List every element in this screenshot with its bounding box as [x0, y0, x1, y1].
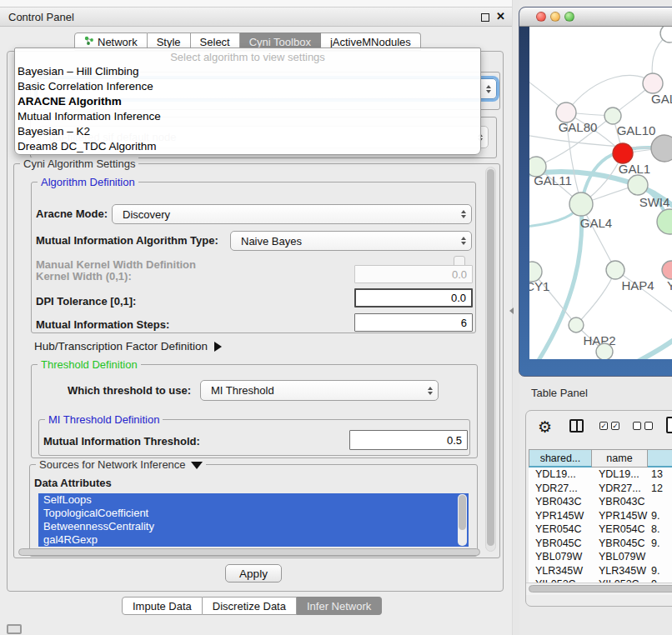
network-node-y[interactable] — [662, 261, 672, 279]
table-cell: 9. — [648, 564, 672, 578]
table-row[interactable]: YBL079WYBL079W — [529, 550, 672, 564]
table-cell: YPR145W — [592, 509, 648, 523]
settings-group-title: Cyni Algorithm Settings — [20, 158, 138, 170]
scrollbar-thumb[interactable] — [18, 548, 480, 556]
table-cell: YER054C — [529, 522, 592, 537]
zoom-traffic-icon[interactable] — [564, 12, 574, 22]
tab-label: jActiveMNodules — [330, 36, 411, 48]
scrollbar-thumb[interactable] — [487, 169, 494, 546]
tab-impute-data[interactable]: Impute Data — [122, 597, 203, 615]
tab-label: Select — [200, 36, 230, 48]
network-node-swi4[interactable] — [628, 175, 648, 195]
unchecked-column-icon[interactable] — [644, 422, 653, 430]
network-node-hap4[interactable] — [606, 261, 624, 279]
close-traffic-icon[interactable] — [536, 12, 546, 22]
network-node-gal10[interactable] — [604, 108, 621, 124]
network-node[interactable] — [596, 343, 613, 359]
table-cell: YBL079W — [529, 550, 592, 564]
table-cell: YBR045C — [529, 537, 592, 551]
minimize-traffic-icon[interactable] — [550, 12, 560, 22]
attribute-topologicalcoefficient[interactable]: TopologicalCoefficient — [38, 507, 469, 520]
algorithm-option-aracne-algorithm[interactable]: ARACNE Algorithm — [15, 94, 480, 109]
hub-definition-toggle[interactable]: Hub/Transcription Factor Definition — [34, 340, 222, 352]
table-horizontal-scrollbar[interactable] — [526, 582, 672, 595]
unchecked-column-icon[interactable] — [633, 422, 641, 430]
aracne-mode-combo[interactable]: Discovery — [112, 204, 472, 224]
data-attributes-list[interactable]: SelfLoopsTopologicalCoefficientBetweenne… — [38, 493, 469, 547]
algorithm-option-list: Bayesian – Hill ClimbingBasic Correlatio… — [15, 64, 480, 154]
table-cell: YBR043C — [592, 495, 648, 509]
table-row[interactable]: YDR27...YDR27...12 — [529, 482, 672, 496]
control-panel-title: Control Panel — [8, 11, 74, 23]
table-row[interactable]: YPR145WYPR145W9. — [529, 509, 672, 523]
table-cell — [648, 495, 672, 509]
network-node-gal1[interactable] — [613, 143, 633, 163]
table-row[interactable]: YBR043CYBR043C — [529, 495, 672, 509]
algorithm-option-mutual-information-inference[interactable]: Mutual Information Inference — [15, 109, 480, 124]
combo-stepper-icon — [423, 387, 438, 395]
network-node-hap2[interactable] — [569, 318, 584, 332]
node-label-gal10: GAL10 — [617, 123, 656, 138]
document-icon[interactable] — [666, 417, 672, 433]
tab-label: Network — [98, 36, 138, 48]
network-node[interactable] — [657, 209, 672, 234]
network-canvas[interactable]: GAL7GAL80GAL10GAL1GAL11SWI4GAL4GCY1HAP4Y… — [529, 27, 672, 359]
table-row[interactable]: YLR345WYLR345W9. — [529, 564, 672, 578]
table-cell: 13 — [648, 468, 672, 482]
checked-column-icon[interactable]: ✓ — [599, 422, 608, 430]
table-cell — [648, 550, 672, 564]
gear-icon[interactable]: ⚙ — [538, 418, 552, 437]
mi-threshold-field[interactable] — [349, 430, 468, 450]
combo-stepper-icon — [481, 85, 496, 93]
column-header-2[interactable] — [648, 449, 672, 468]
algorithm-option-bayesian-hill-climbing[interactable]: Bayesian – Hill Climbing — [15, 64, 480, 79]
algorithm-option-bayesian-k2[interactable]: Bayesian – K2 — [15, 124, 480, 139]
chevron-down-icon — [191, 462, 203, 469]
network-icon — [84, 36, 94, 48]
table-row[interactable]: YDL19...YDL19...13 — [529, 468, 672, 482]
settings-horizontal-scrollbar[interactable] — [17, 548, 485, 558]
network-node[interactable] — [651, 135, 672, 162]
network-node-gal7[interactable] — [643, 73, 663, 93]
network-node-gal4[interactable] — [569, 192, 593, 216]
split-view-icon[interactable] — [569, 419, 584, 432]
table-cell: 8. — [648, 522, 672, 537]
dpi-tolerance-field[interactable] — [354, 288, 473, 308]
close-icon[interactable]: ✕ — [496, 10, 505, 22]
mi-type-label: Mutual Information Algorithm Type: — [36, 234, 218, 247]
network-window-titlebar[interactable] — [519, 8, 672, 27]
table-panel-title: Table Panel — [531, 387, 588, 399]
kernel-width-label: Kernel Width (0,1): — [36, 270, 132, 282]
scrollbar-thumb[interactable] — [529, 585, 672, 592]
float-icon[interactable] — [481, 13, 489, 22]
sources-group-title[interactable]: Sources for Network Inference — [36, 458, 206, 471]
divider-collapse-icon[interactable] — [509, 308, 514, 314]
attributes-scrollbar[interactable] — [458, 494, 467, 546]
network-view-window[interactable]: GAL7GAL80GAL10GAL1GAL11SWI4GAL4GCY1HAP4Y… — [519, 7, 672, 377]
attribute-gal4rgexp[interactable]: gal4RGexp — [38, 533, 469, 547]
tab-discretize-data[interactable]: Discretize Data — [203, 597, 297, 615]
which-threshold-combo[interactable]: MI Threshold — [200, 380, 439, 401]
scrollbar-thumb[interactable] — [459, 495, 466, 530]
mi-threshold-label: Mutual Information Threshold: — [43, 435, 200, 448]
mi-type-combo[interactable]: Naive Bayes — [230, 231, 472, 251]
kernel-width-field[interactable] — [354, 265, 473, 283]
column-header-name[interactable]: name — [592, 449, 648, 468]
settings-vertical-scrollbar[interactable] — [485, 167, 496, 552]
combo-stepper-icon — [456, 210, 471, 218]
tab-infer-network[interactable]: Infer Network — [297, 597, 382, 615]
attribute-selfloops[interactable]: SelfLoops — [38, 493, 469, 507]
tab-label: Cyni Toolbox — [249, 36, 311, 48]
chevron-right-icon — [214, 342, 222, 352]
table-row[interactable]: YBR045CYBR045C9. — [529, 537, 672, 551]
mi-steps-field[interactable] — [354, 313, 473, 332]
algorithm-option-dream8-dc-tdc-algorithm[interactable]: Dream8 DC_TDC Algorithm — [15, 139, 480, 154]
apply-button[interactable]: Apply — [225, 564, 282, 582]
algorithm-option-basic-correlation-inference[interactable]: Basic Correlation Inference — [15, 79, 480, 94]
column-header-shared[interactable]: shared... — [529, 449, 592, 468]
table-cell: YDL19... — [529, 468, 592, 482]
docked-panel-icon[interactable] — [7, 624, 22, 634]
checked-column-icon[interactable]: ✓ — [611, 422, 619, 430]
attribute-betweennesscentrality[interactable]: BetweennessCentrality — [38, 520, 469, 533]
table-row[interactable]: YER054CYER054C8. — [529, 522, 672, 537]
